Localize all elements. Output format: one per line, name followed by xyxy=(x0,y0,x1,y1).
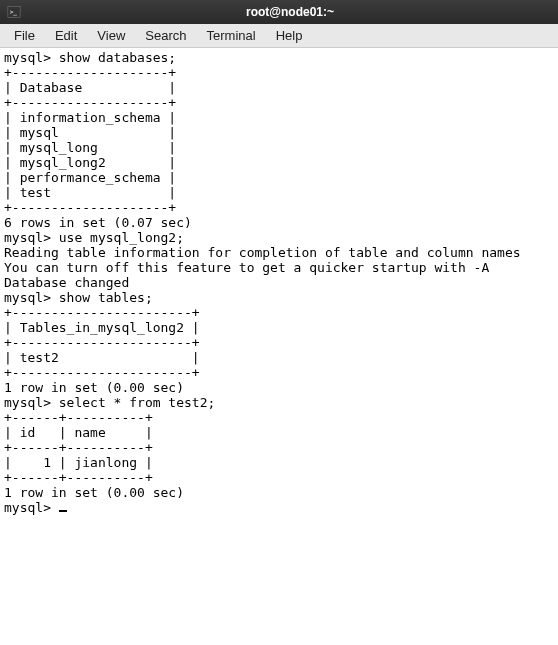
terminal-line: | test2 | xyxy=(4,350,554,365)
terminal-line: mysql> select * from test2; xyxy=(4,395,554,410)
terminal-line: Reading table information for completion… xyxy=(4,245,554,260)
terminal-line: | id | name | xyxy=(4,425,554,440)
terminal-line: Database changed xyxy=(4,275,554,290)
terminal-line: 1 row in set (0.00 sec) xyxy=(4,380,554,395)
terminal-line: +------+----------+ xyxy=(4,440,554,455)
terminal-line: mysql> xyxy=(4,500,554,515)
window-title: root@node01:~ xyxy=(28,5,552,19)
menu-terminal[interactable]: Terminal xyxy=(197,25,266,46)
terminal-line: +------+----------+ xyxy=(4,410,554,425)
menubar: File Edit View Search Terminal Help xyxy=(0,24,558,48)
terminal-output[interactable]: mysql> show databases;+-----------------… xyxy=(0,48,558,645)
terminal-line: | mysql_long | xyxy=(4,140,554,155)
terminal-line: +-----------------------+ xyxy=(4,335,554,350)
terminal-line: | performance_schema | xyxy=(4,170,554,185)
terminal-line: +------+----------+ xyxy=(4,470,554,485)
terminal-icon: >_ xyxy=(6,4,22,20)
terminal-line: +--------------------+ xyxy=(4,65,554,80)
menu-file[interactable]: File xyxy=(4,25,45,46)
terminal-line: +-----------------------+ xyxy=(4,305,554,320)
terminal-line: 6 rows in set (0.07 sec) xyxy=(4,215,554,230)
terminal-line: 1 row in set (0.00 sec) xyxy=(4,485,554,500)
menu-help[interactable]: Help xyxy=(266,25,313,46)
terminal-line: +-----------------------+ xyxy=(4,365,554,380)
terminal-line: +--------------------+ xyxy=(4,95,554,110)
terminal-line: | Database | xyxy=(4,80,554,95)
cursor xyxy=(59,510,67,512)
terminal-line: | Tables_in_mysql_long2 | xyxy=(4,320,554,335)
terminal-line: You can turn off this feature to get a q… xyxy=(4,260,554,275)
terminal-line: | test | xyxy=(4,185,554,200)
terminal-line: | information_schema | xyxy=(4,110,554,125)
terminal-line: | mysql_long2 | xyxy=(4,155,554,170)
menu-view[interactable]: View xyxy=(87,25,135,46)
menu-search[interactable]: Search xyxy=(135,25,196,46)
terminal-line: mysql> show databases; xyxy=(4,50,554,65)
terminal-line: mysql> use mysql_long2; xyxy=(4,230,554,245)
menu-edit[interactable]: Edit xyxy=(45,25,87,46)
terminal-line: | 1 | jianlong | xyxy=(4,455,554,470)
window-titlebar: >_ root@node01:~ xyxy=(0,0,558,24)
svg-text:>_: >_ xyxy=(10,8,18,16)
terminal-line: | mysql | xyxy=(4,125,554,140)
terminal-line: +--------------------+ xyxy=(4,200,554,215)
terminal-line: mysql> show tables; xyxy=(4,290,554,305)
